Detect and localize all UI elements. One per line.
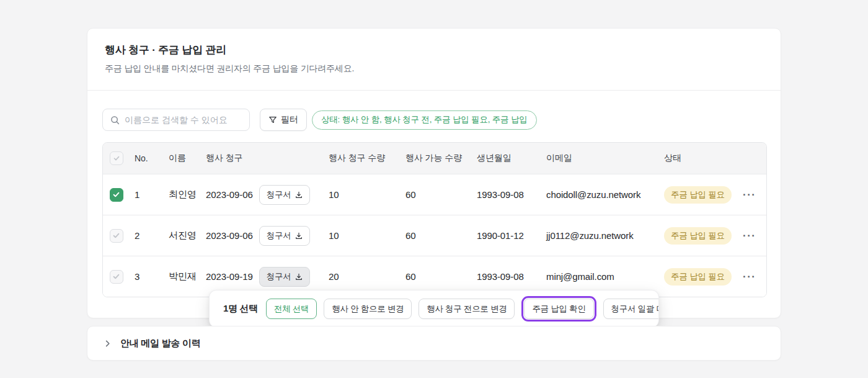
row-birth: 1990-01-12 xyxy=(477,230,546,241)
row-name: 최인영 xyxy=(169,189,206,200)
filter-button[interactable]: 필터 xyxy=(260,109,307,131)
mark-pre-request-button[interactable]: 행사 청구 전으로 변경 xyxy=(418,299,515,319)
table-toolbar: 필터 상태: 행사 안 함, 행사 청구 전, 주금 납입 필요, 주금 납입 xyxy=(102,109,766,131)
search-input-wrapper[interactable] xyxy=(102,109,250,131)
page-subtitle: 주금 납입 안내를 마치셨다면 권리자의 주금 납입을 기다려주세요. xyxy=(105,63,763,74)
action-bar-buttons: 전체 선택행사 안 함으로 변경행사 청구 전으로 변경주금 납입 확인청구서 … xyxy=(266,296,659,322)
mark-no-exercise-button[interactable]: 행사 안 함으로 변경 xyxy=(324,299,412,319)
download-icon xyxy=(295,232,303,240)
row-avail-qty: 60 xyxy=(405,230,477,241)
selection-count-label: 1명 선택 xyxy=(223,303,258,315)
row-no: 1 xyxy=(135,189,169,200)
select-all-checkbox[interactable] xyxy=(110,151,123,165)
row-name: 서진영 xyxy=(169,230,206,241)
download-all-invoices-button[interactable]: 청구서 일괄 다운로드 xyxy=(603,299,660,319)
row-no: 2 xyxy=(135,230,169,241)
header-no: No. xyxy=(135,153,169,163)
row-checkbox[interactable] xyxy=(110,188,123,202)
row-exercise-date: 2023-09-19 xyxy=(206,271,253,282)
invoice-download-button[interactable]: 청구서 xyxy=(259,226,310,246)
search-icon xyxy=(110,115,120,125)
selection-action-bar: 1명 선택 전체 선택행사 안 함으로 변경행사 청구 전으로 변경주금 납입 … xyxy=(209,290,659,328)
row-email: jj0112@zuzu.network xyxy=(546,230,664,241)
invoice-download-button[interactable]: 청구서 xyxy=(259,185,310,205)
rights-holders-table: No. 이름 행사 청구 행사 청구 수량 행사 가능 수량 생년월일 이메일 … xyxy=(102,142,767,297)
header-avail-qty: 행사 가능 수량 xyxy=(405,153,477,164)
tutorial-highlight-outline: 주금 납입 확인 xyxy=(521,296,596,322)
header-exercise: 행사 청구 xyxy=(206,153,329,164)
invoice-download-button[interactable]: 청구서 xyxy=(259,267,310,287)
panel-header: 행사 청구 · 주금 납입 관리 주금 납입 안내를 마치셨다면 권리자의 주금… xyxy=(87,29,781,91)
download-icon xyxy=(295,191,303,199)
row-checkbox[interactable] xyxy=(110,229,123,243)
table-header-row: No. 이름 행사 청구 행사 청구 수량 행사 가능 수량 생년월일 이메일 … xyxy=(103,143,766,174)
row-no: 3 xyxy=(135,271,169,282)
status-badge: 주금 납입 필요 xyxy=(664,186,732,204)
chevron-right-icon xyxy=(104,340,112,348)
row-checkbox[interactable] xyxy=(110,270,123,284)
confirm-payment-button[interactable]: 주금 납입 확인 xyxy=(524,299,593,319)
header-email: 이메일 xyxy=(546,153,664,164)
funnel-icon xyxy=(268,115,277,124)
filter-button-label: 필터 xyxy=(281,114,298,125)
exercise-payment-panel: 행사 청구 · 주금 납입 관리 주금 납입 안내를 마치셨다면 권리자의 주금… xyxy=(87,28,781,318)
row-req-qty: 10 xyxy=(329,189,405,200)
search-input[interactable] xyxy=(125,115,242,125)
header-checkbox-cell xyxy=(103,151,135,165)
row-avail-qty: 60 xyxy=(405,271,477,282)
mail-history-label: 안내 메일 발송 이력 xyxy=(120,338,200,349)
row-more-button[interactable]: ··· xyxy=(742,269,757,284)
row-name: 박민재 xyxy=(169,271,206,282)
row-req-qty: 10 xyxy=(329,230,405,241)
status-filter-chip[interactable]: 상태: 행사 안 함, 행사 청구 전, 주금 납입 필요, 주금 납입 xyxy=(312,110,537,130)
select-all-button[interactable]: 전체 선택 xyxy=(266,299,317,319)
row-email: choidoll@zuzu.network xyxy=(546,189,664,200)
row-req-qty: 20 xyxy=(329,271,405,282)
row-more-button[interactable]: ··· xyxy=(742,187,757,202)
table-row: 1 최인영 2023-09-06 청구서 10 60 1993-09-08 ch… xyxy=(103,174,766,215)
status-badge: 주금 납입 필요 xyxy=(664,227,732,245)
row-more-button[interactable]: ··· xyxy=(742,228,757,243)
row-exercise-date: 2023-09-06 xyxy=(206,189,253,200)
download-icon xyxy=(295,273,303,281)
header-birth: 생년월일 xyxy=(477,153,546,164)
page-title: 행사 청구 · 주금 납입 관리 xyxy=(105,43,763,57)
row-exercise-date: 2023-09-06 xyxy=(206,230,253,241)
row-email: minj@gmail.com xyxy=(546,271,664,282)
header-status: 상태 xyxy=(664,153,742,164)
table-body: 1 최인영 2023-09-06 청구서 10 60 1993-09-08 ch… xyxy=(103,174,766,297)
header-req-qty: 행사 청구 수량 xyxy=(329,153,405,164)
row-birth: 1993-09-08 xyxy=(477,271,546,282)
status-badge: 주금 납입 필요 xyxy=(664,268,732,286)
header-name: 이름 xyxy=(169,153,206,164)
mail-history-accordion[interactable]: 안내 메일 발송 이력 xyxy=(87,326,781,361)
row-avail-qty: 60 xyxy=(405,189,477,200)
row-birth: 1993-09-08 xyxy=(477,189,546,200)
page: 행사 청구 · 주금 납입 관리 주금 납입 안내를 마치셨다면 권리자의 주금… xyxy=(0,0,868,378)
table-row: 2 서진영 2023-09-06 청구서 10 60 1990-01-12 jj… xyxy=(103,215,766,256)
